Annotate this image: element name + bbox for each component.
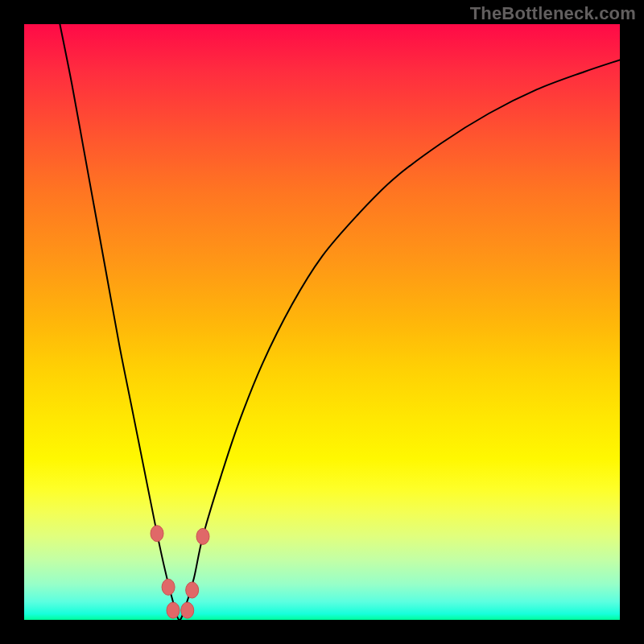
curve-path [60, 24, 620, 620]
highlight-dots [151, 526, 209, 618]
bottleneck-curve [24, 24, 620, 620]
highlight-dot [196, 528, 209, 544]
watermark-text: TheBottleneck.com [470, 3, 636, 24]
plot-area [24, 24, 620, 620]
highlight-dot [151, 526, 163, 542]
highlight-dot [181, 602, 194, 618]
highlight-dot [186, 582, 199, 598]
chart-frame: TheBottleneck.com [0, 0, 644, 644]
highlight-dot [162, 579, 175, 595]
highlight-dot [167, 602, 180, 618]
